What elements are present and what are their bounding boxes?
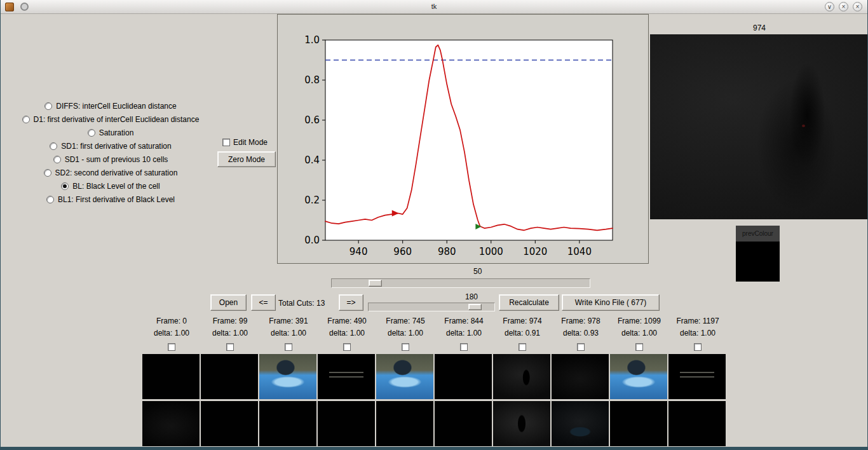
current-frame-number: 974: [650, 24, 868, 32]
edit-mode-control[interactable]: Edit Mode: [222, 138, 268, 147]
cut-checkbox[interactable]: [226, 343, 234, 351]
cut-thumbnail[interactable]: [259, 401, 316, 446]
open-button[interactable]: Open: [210, 294, 247, 311]
cut-column: Frame: 99delta: 1.00: [201, 317, 259, 351]
radio-button-icon[interactable]: [50, 142, 57, 150]
cut-checkbox[interactable]: [635, 343, 643, 351]
cut-checkbox[interactable]: [694, 343, 702, 351]
next-cut-button[interactable]: =>: [339, 294, 363, 311]
cut-thumbnail[interactable]: [610, 354, 667, 399]
svg-text:0.2: 0.2: [304, 194, 320, 206]
position-slider-thumb[interactable]: [369, 280, 382, 287]
cut-checkbox[interactable]: [402, 343, 409, 351]
cuts-header: Frame: 0delta: 1.00Frame: 99delta: 1.00F…: [142, 317, 727, 351]
cut-thumbnail[interactable]: [201, 354, 258, 399]
cut-checkbox[interactable]: [519, 343, 526, 351]
radio-label: DIFFS: interCell Euclidean distance: [56, 102, 176, 111]
radio-label: SD1 - sum of previous 10 cells: [65, 155, 168, 164]
cut-delta-label: delta: 1.00: [212, 329, 248, 338]
metric-radio-option[interactable]: BL: Black Level of the cell: [61, 179, 159, 193]
cut-thumbnail[interactable]: [318, 401, 375, 446]
cut-column: Frame: 978delta: 0.93: [552, 317, 610, 351]
cut-thumbnail[interactable]: [435, 354, 492, 399]
edit-mode-label: Edit Mode: [233, 138, 268, 147]
radio-button-icon[interactable]: [44, 102, 52, 110]
cut-frame-label: Frame: 391: [269, 317, 308, 326]
cut-delta-label: delta: 1.00: [271, 329, 306, 338]
cut-thumbnail[interactable]: [201, 401, 258, 446]
cut-column: Frame: 1099delta: 1.00: [610, 317, 668, 351]
metric-radio-option[interactable]: BL1: First derivative of Black Level: [46, 193, 175, 206]
cut-column: Frame: 490delta: 1.00: [318, 317, 376, 351]
radio-label: SD1: first derivative of saturation: [61, 142, 171, 151]
svg-text:1.0: 1.0: [304, 34, 320, 46]
threshold-slider-thumb[interactable]: [468, 304, 482, 310]
edit-mode-checkbox-icon[interactable]: [222, 139, 230, 146]
cut-thumbnail[interactable]: [493, 401, 550, 446]
minimize-button[interactable]: ∨: [825, 2, 834, 11]
cut-checkbox[interactable]: [460, 343, 468, 351]
cut-thumbnail[interactable]: [552, 354, 609, 399]
total-cuts-label: Total Cuts: 13: [278, 299, 325, 308]
radio-button-icon[interactable]: [22, 116, 30, 123]
metric-radio-option[interactable]: SD1: first derivative of saturation: [50, 139, 171, 153]
metric-radio-option[interactable]: SD2: second derivative of saturation: [44, 166, 178, 179]
position-slider[interactable]: [331, 278, 590, 288]
svg-text:980: 980: [438, 246, 456, 257]
video-preview: [650, 34, 868, 219]
svg-text:0.8: 0.8: [304, 74, 320, 86]
cut-delta-label: delta: 0.91: [505, 329, 540, 338]
radio-button-icon[interactable]: [44, 169, 51, 177]
cut-delta-label: delta: 1.00: [329, 329, 365, 338]
cut-thumbnail[interactable]: [610, 401, 667, 446]
cut-thumbnail[interactable]: [142, 354, 200, 399]
cut-thumbnail[interactable]: [552, 401, 609, 446]
svg-text:960: 960: [393, 246, 412, 257]
cut-column: Frame: 1197delta: 1.00: [668, 317, 727, 351]
svg-text:0.4: 0.4: [304, 154, 320, 166]
radio-label: BL1: First derivative of Black Level: [58, 195, 175, 204]
cut-thumbnail[interactable]: [435, 401, 492, 446]
cut-thumbnail[interactable]: [668, 354, 726, 399]
cuts-thumbnails: [142, 354, 726, 446]
window-title: tk: [1, 0, 867, 13]
maximize-button[interactable]: ×: [839, 2, 848, 11]
cut-thumbnail[interactable]: [376, 401, 433, 446]
cut-thumbnail[interactable]: [318, 354, 375, 399]
cut-checkbox[interactable]: [168, 343, 175, 351]
cut-delta-label: delta: 0.93: [563, 329, 599, 338]
cut-column: Frame: 391delta: 1.00: [259, 317, 318, 351]
zero-mode-button[interactable]: Zero Mode: [217, 151, 276, 167]
prev-colour-label: prevColour: [736, 226, 780, 242]
close-button[interactable]: ×: [853, 2, 862, 11]
radio-label: D1: first derivative of interCell Euclid…: [34, 115, 200, 124]
metric-radio-option[interactable]: DIFFS: interCell Euclidean distance: [44, 99, 176, 112]
metric-radio-option[interactable]: D1: first derivative of interCell Euclid…: [22, 112, 200, 126]
previous-cut-button[interactable]: <=: [251, 294, 276, 311]
radio-button-icon[interactable]: [53, 156, 61, 163]
cut-metric-chart[interactable]: 9409609801000102010400.00.20.40.60.81.0: [278, 15, 649, 264]
metric-radio-panel: DIFFS: interCell Euclidean distanceD1: f…: [1, 99, 220, 206]
write-kino-file-button[interactable]: Write Kino File ( 677): [562, 294, 660, 311]
cut-column: Frame: 0delta: 1.00: [142, 317, 201, 351]
cut-checkbox[interactable]: [577, 343, 585, 351]
cut-checkbox[interactable]: [285, 343, 292, 351]
recalculate-button[interactable]: Recalculate: [499, 294, 559, 311]
cut-checkbox[interactable]: [343, 343, 351, 351]
cut-column: Frame: 974delta: 0.91: [493, 317, 552, 351]
cut-frame-label: Frame: 99: [213, 317, 248, 326]
cut-thumbnail[interactable]: [668, 401, 726, 446]
metric-radio-option[interactable]: SD1 - sum of previous 10 cells: [53, 153, 168, 166]
cut-thumbnail[interactable]: [376, 354, 433, 399]
svg-text:1000: 1000: [479, 246, 503, 257]
threshold-slider[interactable]: [368, 303, 495, 311]
svg-text:1020: 1020: [523, 246, 547, 257]
radio-button-icon[interactable]: [61, 182, 69, 190]
radio-button-icon[interactable]: [88, 129, 95, 137]
radio-button-icon[interactable]: [46, 196, 54, 203]
svg-text:0.6: 0.6: [304, 114, 320, 126]
cut-thumbnail[interactable]: [142, 401, 200, 446]
cut-thumbnail[interactable]: [259, 354, 316, 399]
cut-thumbnail[interactable]: [493, 354, 550, 399]
metric-radio-option[interactable]: Saturation: [88, 126, 134, 139]
